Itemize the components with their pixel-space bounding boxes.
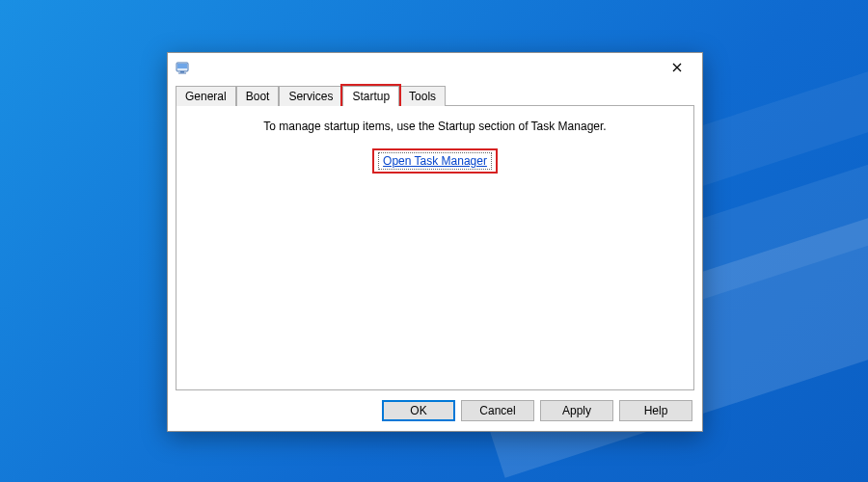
msconfig-window: General Boot Services Startup Tools To m… (167, 52, 703, 432)
tab-label: General (185, 90, 227, 103)
dialog-button-row: OK Cancel Apply Help (382, 400, 692, 421)
svg-rect-1 (177, 64, 187, 68)
svg-rect-3 (178, 73, 186, 74)
desktop-background: General Boot Services Startup Tools To m… (0, 0, 868, 482)
close-button[interactable] (658, 54, 696, 81)
apply-button[interactable]: Apply (540, 400, 613, 421)
tab-strip: General Boot Services Startup Tools (176, 84, 694, 106)
titlebar (168, 53, 702, 82)
help-button[interactable]: Help (619, 400, 692, 421)
tab-services[interactable]: Services (279, 86, 342, 106)
tab-label: Tools (409, 90, 436, 103)
tab-label: Startup (352, 90, 390, 103)
tab-content: To manage startup items, use the Startup… (176, 106, 694, 390)
open-task-manager-link[interactable]: Open Task Manager (378, 152, 492, 170)
close-icon (672, 63, 682, 72)
tab-label: Boot (246, 90, 270, 103)
startup-instructions: To manage startup items, use the Startup… (263, 120, 606, 133)
tab-startup[interactable]: Startup (342, 86, 399, 106)
tab-general[interactable]: General (176, 86, 236, 106)
tab-tools[interactable]: Tools (399, 86, 446, 106)
ok-button[interactable]: OK (382, 400, 455, 421)
tab-label: Services (288, 90, 333, 103)
cancel-button[interactable]: Cancel (461, 400, 534, 421)
tab-boot[interactable]: Boot (236, 86, 280, 106)
svg-rect-2 (180, 71, 184, 73)
app-icon (176, 60, 191, 75)
